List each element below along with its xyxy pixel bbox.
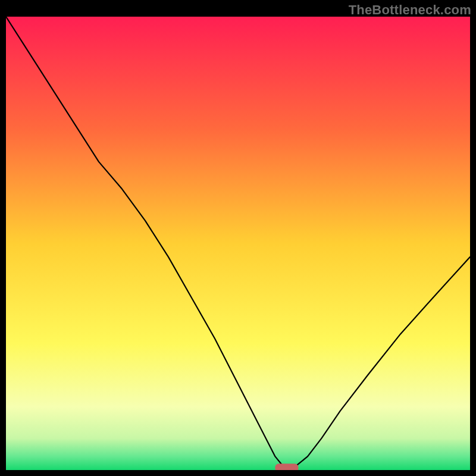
watermark-label: TheBottleneck.com	[349, 2, 471, 18]
plot-area	[6, 17, 470, 470]
chart-svg	[6, 17, 470, 470]
chart-frame: TheBottleneck.com	[0, 0, 476, 476]
gradient-rect	[6, 17, 470, 470]
optimal-marker	[275, 464, 298, 470]
